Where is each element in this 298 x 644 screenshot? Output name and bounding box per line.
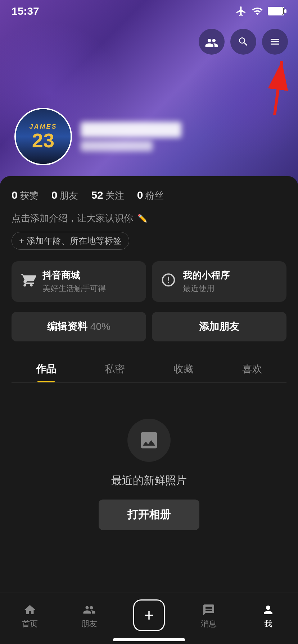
wifi-icon bbox=[251, 5, 263, 17]
add-friend-label: 添加朋友 bbox=[199, 321, 239, 332]
shop-subtitle: 美好生活触手可得 bbox=[42, 283, 106, 294]
nav-friends-label: 朋友 bbox=[81, 618, 97, 629]
home-indicator bbox=[113, 638, 185, 641]
tab-private[interactable]: 私密 bbox=[80, 354, 149, 382]
stat-fans-num: 0 bbox=[137, 189, 143, 201]
open-album-label: 打开相册 bbox=[127, 509, 171, 520]
bottom-nav: 首页 朋友 + 消息 我 bbox=[0, 593, 298, 644]
edit-profile-button[interactable]: 编辑资料 40% bbox=[12, 312, 146, 341]
svg-line-5 bbox=[275, 61, 282, 115]
status-bar: 15:37 bbox=[0, 0, 298, 20]
friends-icon-btn[interactable] bbox=[199, 29, 225, 55]
search-icon-btn[interactable] bbox=[230, 29, 256, 55]
edit-profile-label: 编辑资料 bbox=[47, 321, 87, 332]
nav-friends[interactable]: 朋友 bbox=[60, 603, 119, 629]
nav-home[interactable]: 首页 bbox=[0, 603, 60, 629]
avatar[interactable]: JAMES 23 bbox=[14, 108, 72, 165]
add-friend-button[interactable]: 添加朋友 bbox=[152, 312, 286, 341]
nav-home-label: 首页 bbox=[22, 618, 38, 629]
jersey-number: 23 bbox=[32, 130, 54, 151]
edit-profile-pct: 40% bbox=[87, 321, 110, 332]
tab-liked[interactable]: 喜欢 bbox=[218, 354, 286, 382]
tab-works[interactable]: 作品 bbox=[12, 354, 80, 382]
username-blurred bbox=[81, 122, 181, 151]
bio-line[interactable]: 点击添加介绍，让大家认识你 ✏️ bbox=[12, 212, 286, 225]
stat-fans-label: 粉丝 bbox=[145, 189, 164, 202]
tab-liked-label: 喜欢 bbox=[242, 363, 262, 374]
nav-messages[interactable]: 消息 bbox=[179, 603, 239, 629]
avatar-area: JAMES 23 bbox=[14, 108, 181, 165]
bio-text: 点击添加介绍，让大家认识你 bbox=[12, 212, 133, 225]
nav-create[interactable]: + bbox=[119, 599, 179, 633]
stat-fans[interactable]: 0 粉丝 bbox=[137, 189, 164, 202]
status-icons bbox=[235, 5, 286, 17]
nav-me[interactable]: 我 bbox=[238, 603, 298, 629]
svg-rect-1 bbox=[284, 9, 286, 13]
nav-messages-label: 消息 bbox=[201, 618, 217, 629]
miniapp-icon bbox=[161, 272, 176, 291]
action-buttons-row: 编辑资料 40% 添加朋友 bbox=[12, 312, 286, 341]
stat-friends-label: 朋友 bbox=[59, 189, 78, 202]
nav-me-label: 我 bbox=[264, 618, 272, 629]
menu-icon-btn[interactable] bbox=[262, 29, 288, 55]
profile-section: 0 获赞 0 朋友 52 关注 0 粉丝 点击添加介绍，让大家认识你 ✏️ + … bbox=[0, 176, 298, 643]
tab-collection[interactable]: 收藏 bbox=[149, 354, 218, 382]
add-tag-button[interactable]: + 添加年龄、所在地等标签 bbox=[12, 232, 129, 250]
stat-likes[interactable]: 0 获赞 bbox=[12, 189, 39, 202]
airplane-icon bbox=[235, 5, 247, 17]
svg-rect-3 bbox=[268, 8, 283, 15]
cart-icon bbox=[20, 272, 36, 291]
stat-following-num: 52 bbox=[91, 189, 103, 201]
miniapp-subtitle: 最近使用 bbox=[183, 283, 230, 294]
tab-collection-label: 收藏 bbox=[173, 363, 194, 374]
stat-following[interactable]: 52 关注 bbox=[91, 189, 124, 202]
tab-works-label: 作品 bbox=[36, 363, 56, 374]
open-album-button[interactable]: 打开相册 bbox=[99, 500, 199, 530]
top-icons bbox=[199, 29, 288, 55]
tag-btn-label: + 添加年龄、所在地等标签 bbox=[19, 235, 122, 247]
tab-private-label: 私密 bbox=[105, 363, 125, 374]
empty-state: 最近的新鲜照片 打开相册 bbox=[12, 383, 286, 552]
empty-state-title: 最近的新鲜照片 bbox=[111, 473, 187, 488]
battery-icon bbox=[268, 6, 286, 16]
stats-row: 0 获赞 0 朋友 52 关注 0 粉丝 bbox=[12, 189, 286, 202]
stat-likes-label: 获赞 bbox=[20, 189, 39, 202]
shop-title: 抖音商城 bbox=[42, 269, 106, 282]
douyin-shop-card[interactable]: 抖音商城 美好生活触手可得 bbox=[12, 261, 146, 302]
create-plus-button[interactable]: + bbox=[133, 599, 165, 631]
feature-cards-row: 抖音商城 美好生活触手可得 我的小程序 最近使用 bbox=[12, 261, 286, 302]
status-time: 15:37 bbox=[12, 5, 39, 17]
mini-program-card[interactable]: 我的小程序 最近使用 bbox=[152, 261, 286, 302]
stat-following-label: 关注 bbox=[105, 189, 124, 202]
empty-photo-icon bbox=[127, 419, 171, 462]
edit-bio-icon[interactable]: ✏️ bbox=[137, 214, 147, 223]
stat-friends[interactable]: 0 朋友 bbox=[51, 189, 78, 202]
stat-friends-num: 0 bbox=[51, 189, 58, 201]
content-tabs: 作品 私密 收藏 喜欢 bbox=[12, 354, 286, 383]
stat-likes-num: 0 bbox=[12, 189, 18, 201]
miniapp-title: 我的小程序 bbox=[183, 269, 230, 282]
